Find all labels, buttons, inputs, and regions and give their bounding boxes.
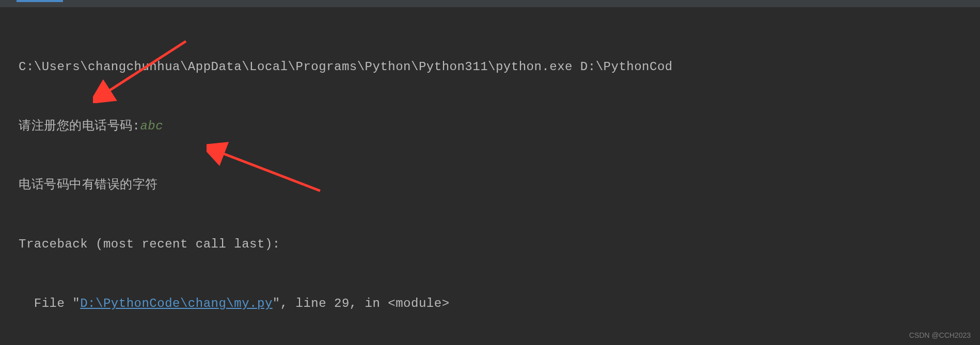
user-input: abc <box>140 119 163 133</box>
traceback-header: Traceback (most recent call last): <box>19 235 961 254</box>
error-message: 电话号码中有错误的字符 <box>19 175 961 195</box>
traceback-frame-1-file: File "D:\PythonCode\chang\my.py", line 2… <box>19 294 961 314</box>
file-link-1[interactable]: D:\PythonCode\chang\my.py <box>80 297 273 310</box>
tab-bar <box>0 0 980 7</box>
file-suffix: ", line 29, in <module> <box>273 297 450 310</box>
prompt-text: 请注册您的电话号码: <box>19 119 140 133</box>
active-tab-indicator[interactable] <box>17 0 63 2</box>
watermark: CSDN @CCH2023 <box>909 330 971 341</box>
command-line: C:\Users\changchunhua\AppData\Local\Prog… <box>19 57 961 77</box>
prompt-line: 请注册您的电话号码:abc <box>19 117 961 136</box>
console-output: C:\Users\changchunhua\AppData\Local\Prog… <box>0 7 980 345</box>
file-prefix: File " <box>19 297 80 310</box>
